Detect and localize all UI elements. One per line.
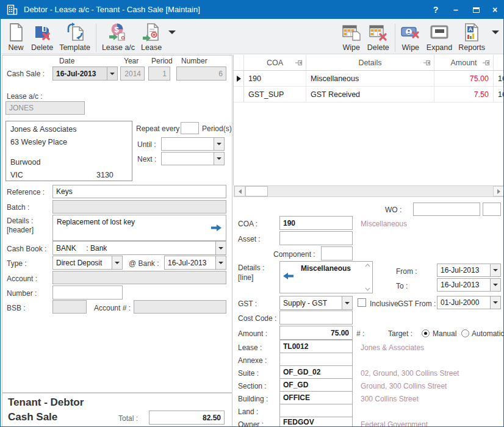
cash-book-combo[interactable]: BANK : Bank (52, 241, 226, 255)
inclusive-checkbox[interactable] (358, 298, 366, 307)
period-field: 1 (148, 66, 170, 81)
grid-horizontal-scrollbar[interactable] (234, 185, 504, 197)
from-date-combo[interactable]: 16-Jul-2013 (437, 264, 501, 277)
address-city: Burwood (10, 158, 40, 167)
lease-ac-button[interactable]: $ Lease a/c (99, 21, 138, 53)
target-automatic-radio[interactable] (461, 329, 469, 337)
amount-field[interactable] (279, 326, 353, 340)
arrow-right-icon[interactable] (211, 224, 221, 231)
reports-dropdown-button[interactable] (488, 21, 503, 53)
target-manual-label: Manual (433, 329, 456, 338)
grid-cell-partial[interactable]: 16 (494, 71, 504, 87)
grid-cell-amount[interactable]: 75.00 (434, 71, 494, 87)
arrow-left-icon (239, 189, 242, 194)
suite-field[interactable] (279, 365, 353, 379)
chevron-down-icon (115, 262, 120, 264)
grid-cell-coa[interactable]: GST_SUP (244, 87, 306, 102)
number-input-field[interactable] (52, 285, 123, 300)
cost-code-field[interactable] (279, 310, 353, 325)
template-button[interactable]: Template (56, 21, 93, 53)
column-header-details[interactable]: Details (306, 55, 434, 71)
svg-text:$: $ (114, 25, 119, 34)
delete-grid-button[interactable]: Delete (364, 21, 392, 53)
column-header-amount[interactable]: Amount (434, 55, 494, 71)
details-line-field[interactable]: Miscellaneous (279, 261, 373, 293)
pin-icon[interactable] (295, 60, 303, 66)
dropdown-button[interactable] (490, 264, 500, 276)
delete-button[interactable]: Delete (28, 21, 56, 53)
dropdown-button[interactable] (215, 256, 226, 269)
reports-button[interactable]: A Reports (455, 21, 488, 53)
lease-annotation: Jones & Associates (361, 343, 424, 352)
annexe-field[interactable] (279, 353, 353, 366)
target-manual-radio[interactable] (422, 329, 430, 337)
scroll-right-button[interactable] (493, 186, 504, 196)
dropdown-button[interactable] (112, 256, 122, 269)
chevron-down-icon (493, 269, 498, 271)
wipe-grid-button[interactable]: Wipe (339, 21, 364, 53)
minimize-button[interactable]: – (447, 1, 465, 19)
pin-icon[interactable] (483, 60, 490, 66)
dropdown-button[interactable] (215, 242, 226, 254)
wo-field[interactable] (413, 203, 480, 216)
close-button[interactable]: × (486, 1, 504, 19)
lease-button[interactable]: Lease (138, 21, 165, 53)
wo-extra-field[interactable] (483, 203, 501, 216)
arrow-left-icon[interactable] (283, 273, 293, 279)
gst-from-date-combo[interactable]: 01-Jul-2000 (437, 296, 501, 309)
to-date-combo[interactable]: 16-Jul-2013 (437, 278, 501, 292)
grid-cell-amount[interactable]: 7.50 (434, 87, 494, 102)
at-bank-date-combo[interactable]: 16-Jul-2013 (164, 256, 226, 270)
details-header-field[interactable]: Replacement of lost key (52, 215, 226, 241)
building-field[interactable] (279, 391, 353, 404)
component-field[interactable] (321, 246, 353, 260)
dropdown-button[interactable] (490, 296, 500, 309)
scroll-down-icon[interactable] (365, 287, 370, 291)
scrollbar-thumb[interactable] (245, 186, 268, 196)
grid-cell-details[interactable]: Miscellaneous (306, 71, 434, 87)
pin-icon[interactable] (423, 60, 431, 66)
grid-cell-details[interactable]: GST Received (306, 87, 434, 102)
coa-annotation: Miscellaneous (361, 220, 407, 228)
owner-field[interactable] (279, 417, 353, 427)
repeat-every-field[interactable] (181, 122, 199, 134)
gst-combo[interactable]: Supply - GST (279, 296, 353, 310)
column-header-coa[interactable]: COA (244, 55, 306, 71)
row-selector[interactable] (234, 87, 244, 102)
dropdown-button[interactable] (342, 296, 352, 309)
type-combo[interactable]: Direct Deposit (52, 256, 123, 270)
wo-label: WO : (385, 206, 401, 214)
next-combo[interactable] (161, 152, 225, 165)
reference-field[interactable] (52, 185, 226, 198)
scroll-left-button[interactable] (234, 186, 245, 196)
cost-code-label: Cost Code : (238, 314, 276, 323)
delete-table-icon (369, 23, 388, 42)
new-button[interactable]: New (4, 21, 28, 53)
dropdown-button[interactable] (490, 279, 500, 291)
until-combo[interactable] (161, 137, 225, 151)
maximize-button[interactable] (467, 1, 485, 19)
account-number-label: Account # : (94, 304, 131, 312)
help-button[interactable]: ? (427, 1, 445, 19)
toolbar-separator (395, 24, 395, 52)
land-field[interactable] (279, 404, 353, 417)
dropdown-button[interactable] (214, 152, 224, 165)
dropdown-button[interactable] (214, 138, 224, 150)
grid-cell-coa[interactable]: 190 (244, 71, 306, 87)
lease-field[interactable] (279, 340, 353, 353)
grid-cell-partial[interactable]: 16 (494, 87, 504, 102)
dropdown-button[interactable] (107, 67, 117, 80)
cash-sale-date-combo[interactable]: 16-Jul-2013 (52, 66, 118, 81)
coa-field[interactable] (279, 216, 353, 230)
expand-button[interactable]: Expand (423, 21, 455, 53)
title-bar[interactable]: Debtor - Lease a/c - Tenant - Cash Sale … (1, 1, 503, 19)
app-window: Debtor - Lease a/c - Tenant - Cash Sale … (0, 0, 504, 427)
lease-dropdown-button[interactable] (165, 21, 179, 53)
row-selector[interactable] (234, 71, 244, 87)
scroll-up-icon[interactable] (365, 264, 370, 267)
wipe-payment-button[interactable]: Wipe (398, 21, 423, 53)
number-column-label: Number (181, 57, 207, 65)
asset-field[interactable] (279, 231, 353, 245)
transaction-grid: COA Details Amount 190 Miscellaneous 75.… (233, 55, 504, 185)
section-field[interactable] (279, 378, 353, 392)
